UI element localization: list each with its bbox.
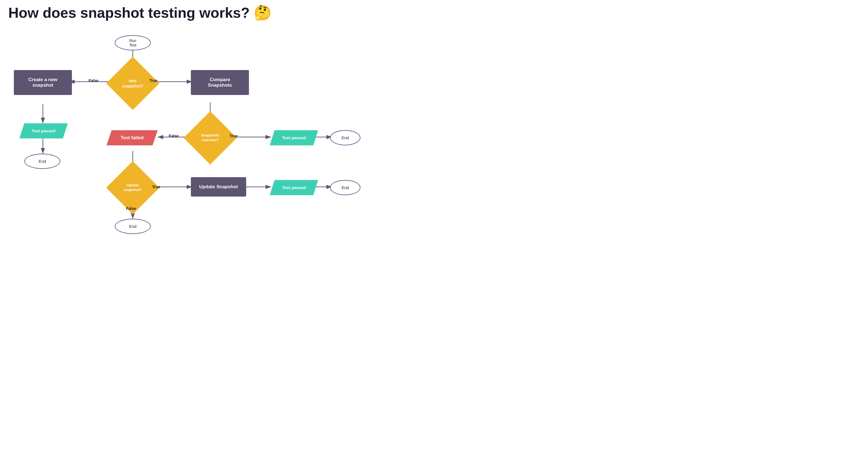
title-emoji: 🤔	[254, 5, 272, 21]
true-update-label: True	[152, 185, 160, 189]
false-left-label: False	[89, 78, 98, 83]
compare-snapshots-node: Compare Snapshots	[191, 70, 249, 95]
diagram-area: Run Test Has snapshot? False True Create…	[0, 24, 434, 230]
end-left-node: End	[24, 154, 60, 169]
test-passed-right-label: Test passed	[282, 185, 306, 190]
snapshots-matches-node: Snapshots matches?	[184, 111, 237, 165]
end-bottom-label: End	[129, 224, 137, 229]
page-title: How does snapshot testing works? 🤔	[0, 0, 434, 24]
true-right-label: True	[149, 78, 158, 83]
test-passed-mid-node: Test passed	[270, 130, 318, 145]
end-right-node: End	[330, 180, 361, 195]
test-passed-left-label: Test passed	[32, 128, 56, 133]
update-snapshot-node: Update Snapshot	[191, 177, 246, 197]
test-passed-left-node: Test passed	[19, 123, 68, 139]
false-update-label: False	[126, 206, 136, 211]
end-bottom-node: End	[115, 219, 151, 234]
snapshots-matches-label: Snapshots matches?	[201, 133, 219, 143]
create-snapshot-node: Create a new snapshot	[14, 70, 72, 95]
run-test-label: Run Test	[129, 38, 136, 47]
has-snapshot-label: Has snapshot?	[122, 78, 143, 89]
create-snapshot-label: Create a new snapshot	[29, 77, 58, 88]
end-mid-label: End	[342, 136, 349, 140]
compare-snapshots-label: Compare Snapshots	[208, 77, 232, 88]
test-passed-right-node: Test passed	[270, 180, 318, 195]
test-failed-node: Test failed	[106, 130, 158, 145]
update-snapshot-label: Update Snapshot	[199, 184, 238, 189]
title-text: How does snapshot testing works?	[8, 5, 250, 21]
test-passed-mid-label: Test passed	[282, 136, 306, 140]
update-snapshot-q-label: Update snapshot?	[124, 183, 142, 193]
end-mid-node: End	[330, 130, 361, 145]
run-test-node: Run Test	[115, 35, 151, 50]
true-test-label: True	[229, 134, 238, 138]
end-right-label: End	[342, 185, 349, 190]
has-snapshot-node: Has snapshot?	[106, 57, 159, 110]
test-failed-label: Test failed	[121, 135, 144, 141]
end-left-label: End	[39, 159, 46, 164]
false-test-label: False	[169, 134, 179, 138]
